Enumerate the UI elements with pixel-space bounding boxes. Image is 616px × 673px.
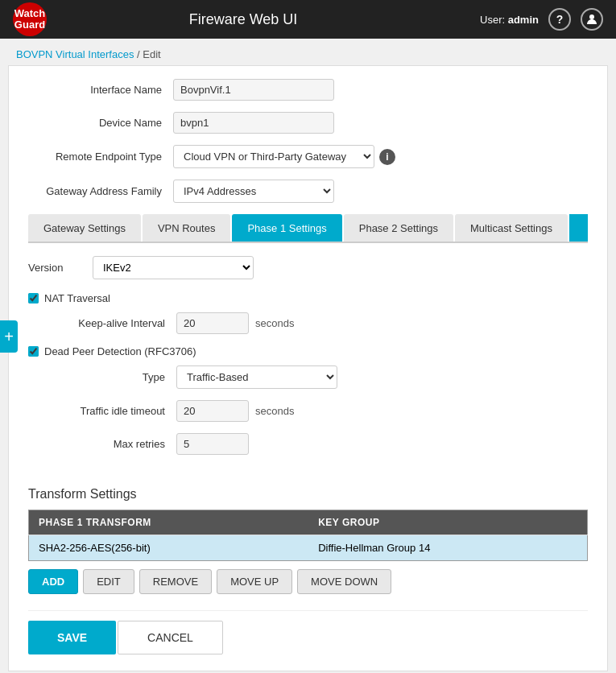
remote-endpoint-label: Remote Endpoint Type [28,151,173,163]
tab-vpn-routes[interactable]: VPN Routes [143,214,231,242]
save-button[interactable]: SAVE [28,621,116,654]
cancel-button[interactable]: CANCEL [118,621,223,654]
plus-icon: + [4,328,14,346]
tab-multicast-settings[interactable]: Multicast Settings [455,214,568,242]
move-up-button[interactable]: MOVE UP [217,569,292,594]
action-buttons: ADD EDIT REMOVE MOVE UP MOVE DOWN [28,569,588,594]
dpd-section: Type Traffic-Based On-Demand Always-On T… [48,365,588,455]
tab-phase1-settings[interactable]: Phase 1 Settings [232,214,341,242]
traffic-idle-unit: seconds [255,405,294,417]
bottom-buttons: SAVE CANCEL [28,610,588,654]
keepalive-row: Keep-alive Interval seconds [48,312,588,334]
key-group-cell: Diffie-Hellman Group 14 [308,535,587,561]
traffic-idle-label: Traffic idle timeout [48,405,176,417]
gateway-address-select[interactable]: IPv4 Addresses IPv6 Addresses [173,180,334,203]
device-name-label: Device Name [28,117,173,129]
max-retries-row: Max retries [48,433,588,455]
edit-button[interactable]: EDIT [83,569,134,594]
traffic-idle-row: Traffic idle timeout seconds [48,400,588,422]
keepalive-section: Keep-alive Interval seconds [48,312,588,334]
interface-name-label: Interface Name [28,84,173,96]
interface-name-row: Interface Name [28,79,588,101]
dpd-checkbox[interactable] [28,346,39,357]
device-name-row: Device Name [28,112,588,134]
max-retries-label: Max retries [48,438,176,450]
breadcrumb-link[interactable]: BOVPN Virtual Interfaces [16,48,134,60]
side-add-button[interactable]: + [0,320,18,353]
traffic-idle-input[interactable] [176,400,249,422]
interface-name-input[interactable] [173,79,334,101]
tab-gateway-settings[interactable]: Gateway Settings [28,214,141,242]
keepalive-label: Keep-alive Interval [48,317,176,329]
dpd-label: Dead Peer Detection (RFC3706) [44,345,196,357]
gateway-address-row: Gateway Address Family IPv4 Addresses IP… [28,180,588,203]
app-title: Fireware Web UI [6,11,480,28]
add-button[interactable]: ADD [28,569,78,594]
tab-extra [569,214,588,242]
phase1-section: Version IKEv1 IKEv2 NAT Traversal Keep-a… [28,243,588,479]
table-row[interactable]: SHA2-256-AES(256-bit) Diffie-Hellman Gro… [29,535,588,561]
gateway-address-label: Gateway Address Family [28,185,173,197]
col-transform: PHASE 1 TRANSFORM [29,510,309,535]
nat-traversal-row: NAT Traversal [28,292,588,304]
tabs-bar: Gateway Settings VPN Routes Phase 1 Sett… [28,214,588,243]
nat-traversal-checkbox[interactable] [28,293,39,303]
remove-button[interactable]: REMOVE [139,569,212,594]
keepalive-unit: seconds [255,317,294,329]
svg-point-0 [589,14,594,19]
transform-title: Transform Settings [28,487,588,502]
move-down-button[interactable]: MOVE DOWN [297,569,391,594]
dpd-row: Dead Peer Detection (RFC3706) [28,345,588,357]
version-label: Version [28,262,93,274]
main-content: Interface Name Device Name Remote Endpoi… [8,65,608,671]
remote-endpoint-select[interactable]: Cloud VPN or Third-Party Gateway [173,145,374,168]
keepalive-input[interactable] [176,312,249,334]
transform-table: PHASE 1 TRANSFORM KEY GROUP SHA2-256-AES… [28,510,588,561]
remote-endpoint-info-icon[interactable]: i [379,149,395,165]
type-label: Type [48,371,176,383]
type-row: Type Traffic-Based On-Demand Always-On [48,365,588,389]
user-label: User: admin [480,14,539,26]
transform-section: Transform Settings PHASE 1 TRANSFORM KEY… [28,487,588,594]
header: WatchGuard Fireware Web UI User: admin ? [0,0,616,39]
header-right: User: admin ? [480,8,603,31]
max-retries-input[interactable] [176,433,249,455]
version-row: Version IKEv1 IKEv2 [28,256,588,279]
type-select[interactable]: Traffic-Based On-Demand Always-On [176,365,337,389]
breadcrumb-current: Edit [143,48,160,60]
transform-cell: SHA2-256-AES(256-bit) [29,535,309,561]
breadcrumb-separator: / [137,48,140,60]
version-select[interactable]: IKEv1 IKEv2 [93,256,254,279]
help-button[interactable]: ? [548,8,571,31]
remote-endpoint-row: Remote Endpoint Type Cloud VPN or Third-… [28,145,588,168]
col-key-group: KEY GROUP [308,510,587,535]
nat-traversal-label: NAT Traversal [44,292,110,304]
profile-button[interactable] [581,8,603,31]
breadcrumb: BOVPN Virtual Interfaces / Edit [0,39,616,65]
device-name-input[interactable] [173,112,334,134]
tab-phase2-settings[interactable]: Phase 2 Settings [344,214,453,242]
